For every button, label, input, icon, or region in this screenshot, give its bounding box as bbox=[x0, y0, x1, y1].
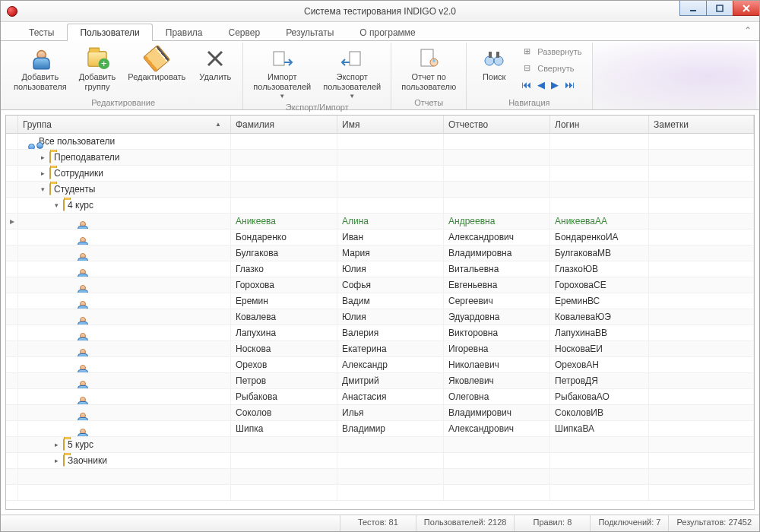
cell-notes bbox=[649, 325, 754, 340]
tree-cell[interactable] bbox=[18, 245, 231, 261]
window-controls bbox=[679, 1, 759, 16]
tree-cell[interactable] bbox=[18, 373, 231, 388]
col-notes[interactable]: Заметки bbox=[649, 116, 754, 133]
cell-notes bbox=[649, 214, 754, 229]
nav-prev-icon[interactable]: ◀ bbox=[537, 79, 545, 90]
user-report-button[interactable]: Отчет по пользователю bbox=[396, 44, 461, 94]
tree-cell[interactable] bbox=[18, 325, 231, 340]
import-button[interactable]: Импорт пользователей ▼ bbox=[248, 44, 316, 102]
expander-closed-icon[interactable]: ▸ bbox=[40, 154, 46, 161]
expander-open-icon[interactable]: ▾ bbox=[40, 186, 46, 193]
delete-button[interactable]: Удалить bbox=[192, 44, 238, 84]
tab-about[interactable]: О программе bbox=[347, 24, 428, 41]
tree-cell[interactable]: ▸Преподаватели bbox=[18, 150, 231, 165]
tree-cell[interactable] bbox=[18, 357, 231, 372]
table-row[interactable]: ▸5 курс bbox=[6, 437, 754, 453]
tree-cell[interactable] bbox=[18, 261, 231, 277]
tree-cell[interactable]: ▸Заочники bbox=[18, 453, 231, 468]
student-row[interactable]: ЕреминВадимСергеевичЕреминВС bbox=[6, 293, 754, 309]
table-row[interactable]: ▾Студенты bbox=[6, 182, 754, 198]
grid-body[interactable]: Все пользователи▸Преподаватели▸Сотрудник… bbox=[6, 134, 754, 509]
tree-cell[interactable] bbox=[18, 214, 231, 229]
add-group-button[interactable]: Добавить группу bbox=[74, 44, 122, 94]
tab-users[interactable]: Пользователи bbox=[67, 24, 152, 41]
tree-cell[interactable] bbox=[18, 405, 231, 420]
expander-closed-icon[interactable]: ▸ bbox=[53, 458, 60, 464]
student-row[interactable]: ГороховаСофьяЕвгеньевнаГороховаСЕ bbox=[6, 277, 754, 293]
empty-cell bbox=[444, 182, 550, 197]
table-row[interactable]: ▸Заочники bbox=[6, 453, 754, 469]
empty-cell bbox=[649, 150, 754, 165]
student-row[interactable]: БулгаковаМарияВладимировнаБулгаковаМВ bbox=[6, 245, 754, 261]
col-indicator bbox=[6, 116, 18, 133]
expander-closed-icon[interactable]: ▸ bbox=[40, 170, 46, 177]
tree-cell[interactable] bbox=[18, 469, 231, 484]
student-row[interactable]: ОреховАлександрНиколаевичОреховАН bbox=[6, 357, 754, 373]
tree-cell[interactable] bbox=[18, 293, 231, 309]
svg-rect-1 bbox=[717, 5, 723, 11]
table-row[interactable]: ▾4 курс bbox=[6, 198, 754, 214]
empty-row[interactable] bbox=[6, 469, 754, 485]
tree-cell[interactable] bbox=[18, 230, 231, 245]
nav-first-icon[interactable]: ⏮ bbox=[521, 79, 531, 90]
tree-cell[interactable]: ▸Сотрудники bbox=[18, 166, 231, 181]
ribbon-collapse-icon[interactable]: ⌃ bbox=[744, 25, 752, 36]
student-row[interactable]: ▸АникееваАлинаАндреевнаАникееваАА bbox=[6, 214, 754, 230]
tree-cell[interactable] bbox=[18, 389, 231, 404]
student-row[interactable]: КовалеваЮлияЭдуардовнаКовалеваЮЭ bbox=[6, 309, 754, 325]
col-surname[interactable]: Фамилия bbox=[231, 116, 337, 133]
student-row[interactable]: ГлазкоЮлияВитальевнаГлазкоЮВ bbox=[6, 261, 754, 277]
col-patronymic[interactable]: Отчество bbox=[444, 116, 550, 133]
statusbar: Тестов: 81 Пользователей: 2128 Правил: 8… bbox=[1, 515, 759, 531]
cell-notes bbox=[649, 357, 754, 372]
nav-last-icon[interactable]: ⏭ bbox=[565, 79, 575, 90]
student-row[interactable]: ЛапухинаВалерияВикторовнаЛапухинаВВ bbox=[6, 325, 754, 341]
tree-cell[interactable] bbox=[18, 341, 231, 356]
maximize-button[interactable] bbox=[706, 1, 733, 16]
tree-cell[interactable]: ▸5 курс bbox=[18, 437, 231, 452]
search-button[interactable]: Поиск bbox=[471, 44, 517, 84]
cell-patronymic: Николаевич bbox=[444, 357, 550, 372]
tree-cell[interactable] bbox=[18, 309, 231, 325]
tab-results[interactable]: Результаты bbox=[273, 24, 347, 41]
tree-root[interactable]: Все пользователи bbox=[6, 134, 754, 150]
empty-cell bbox=[550, 182, 649, 197]
row-indicator bbox=[6, 245, 18, 261]
close-button[interactable] bbox=[733, 1, 760, 16]
export-button[interactable]: Экспорт пользователей ▼ bbox=[318, 44, 386, 102]
collapse-all-button[interactable]: ⊟ Свернуть bbox=[518, 61, 587, 76]
tree-label: Заочники bbox=[68, 455, 107, 466]
tree-cell[interactable]: ▾Студенты bbox=[18, 182, 231, 197]
col-name[interactable]: Имя bbox=[337, 116, 444, 133]
tree-cell[interactable] bbox=[18, 421, 231, 436]
tree-cell[interactable]: ▾4 курс bbox=[18, 198, 231, 213]
student-row[interactable]: ШипкаВладимирАлександровичШипкаВА bbox=[6, 421, 754, 437]
student-row[interactable]: НосковаЕкатеринаИгоревнаНосковаЕИ bbox=[6, 341, 754, 357]
student-row[interactable]: СоколовИльяВладимировичСоколовИВ bbox=[6, 405, 754, 421]
expander-open-icon[interactable]: ▾ bbox=[53, 202, 60, 209]
expand-all-button[interactable]: ⊞ Развернуть bbox=[518, 44, 587, 59]
tab-server[interactable]: Сервер bbox=[216, 24, 274, 41]
student-row[interactable]: БондаренкоИванАлександровичБондаренкоИА bbox=[6, 230, 754, 245]
tree-cell[interactable] bbox=[18, 485, 231, 500]
tree-cell[interactable]: Все пользователи bbox=[18, 134, 231, 149]
tab-tests[interactable]: Тесты bbox=[16, 24, 67, 41]
minimize-button[interactable] bbox=[679, 1, 707, 16]
table-row[interactable]: ▸Преподаватели bbox=[6, 150, 754, 166]
table-row[interactable]: ▸Сотрудники bbox=[6, 166, 754, 182]
empty-cell bbox=[649, 485, 754, 500]
col-login[interactable]: Логин bbox=[550, 116, 649, 133]
edit-button[interactable]: Редактировать bbox=[122, 44, 191, 84]
empty-row[interactable] bbox=[6, 485, 754, 501]
col-group[interactable]: Группа bbox=[18, 116, 231, 133]
tab-rules[interactable]: Правила bbox=[153, 24, 216, 41]
student-row[interactable]: РыбаковаАнастасияОлеговнаРыбаковаАО bbox=[6, 389, 754, 405]
expander-closed-icon[interactable]: ▸ bbox=[53, 442, 60, 448]
nav-next-icon[interactable]: ▶ bbox=[551, 79, 559, 90]
cell-login: РыбаковаАО bbox=[550, 389, 649, 404]
add-user-button[interactable]: Добавить пользователя bbox=[8, 44, 72, 94]
cell-surname: Ковалева bbox=[231, 309, 337, 325]
tree-cell[interactable] bbox=[18, 277, 231, 293]
tree-label: 4 курс bbox=[68, 200, 93, 211]
student-row[interactable]: ПетровДмитрийЯковлевичПетровДЯ bbox=[6, 373, 754, 389]
